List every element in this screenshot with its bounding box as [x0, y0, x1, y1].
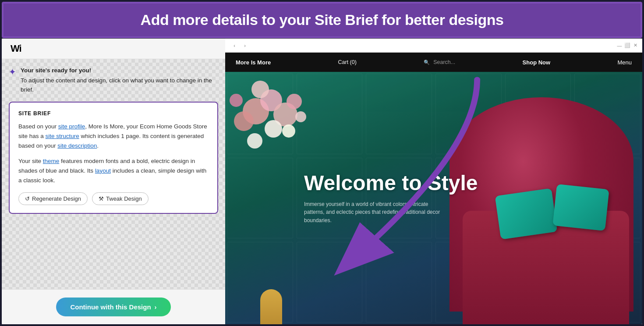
- brief-heading: SITE BRIEF: [18, 110, 209, 117]
- pillow-left: [495, 188, 558, 240]
- search-icon: 🔍: [424, 60, 430, 65]
- shop-now-link[interactable]: Shop Now: [523, 59, 551, 66]
- layout-link[interactable]: layout: [95, 167, 111, 174]
- hero-title: Welcome to Style: [304, 172, 478, 195]
- browser-nav-arrows: ‹ ›: [230, 41, 250, 50]
- nav-cart: Cart (0): [338, 59, 357, 65]
- site-brief-card: SITE BRIEF Based on your site profile, M…: [9, 102, 218, 214]
- hero-copy: Welcome to Style Immerse yourself in a w…: [304, 172, 478, 225]
- minimize-button[interactable]: —: [617, 43, 622, 48]
- close-button[interactable]: ✕: [633, 43, 638, 48]
- pillow-right: [552, 184, 609, 231]
- site-description-link[interactable]: site description: [57, 142, 97, 149]
- hero-subtitle: Immerse yourself in a world of vibrant c…: [304, 200, 444, 225]
- nav-search: 🔍 Search...: [424, 59, 455, 65]
- theme-link[interactable]: theme: [43, 158, 60, 164]
- tweak-icon: ⚒: [99, 195, 104, 202]
- brief-action-buttons: ↺ Regenerate Design ⚒ Tweak Design: [18, 192, 209, 205]
- regenerate-icon: ↺: [25, 195, 30, 202]
- left-header: Wi: [2, 39, 225, 59]
- restore-button[interactable]: ⬜: [625, 43, 630, 48]
- continue-button[interactable]: Continue with this Design ›: [56, 298, 170, 316]
- window-controls: — ⬜ ✕: [617, 43, 638, 48]
- left-panel: Wi ✦ Your site's ready for you! To adjus…: [2, 39, 225, 324]
- site-navbar: More Is More Cart (0) 🔍 Search... Shop N…: [225, 53, 642, 72]
- left-content-area: ✦ Your site's ready for you! To adjust t…: [2, 59, 225, 289]
- nav-center: Cart (0): [338, 59, 357, 65]
- site-brand: More Is More: [236, 59, 271, 66]
- browser-toolbar: ‹ › — ⬜ ✕: [225, 39, 642, 53]
- search-placeholder: Search...: [433, 59, 455, 65]
- site-profile-link[interactable]: site profile: [58, 123, 85, 130]
- banner-text: Add more details to your Site Brief for …: [17, 11, 627, 28]
- site-preview: More Is More Cart (0) 🔍 Search... Shop N…: [225, 53, 642, 324]
- continue-section: Continue with this Design ›: [2, 289, 225, 324]
- site-structure-link[interactable]: site structure: [46, 133, 79, 139]
- chevron-right-icon: ›: [155, 303, 157, 311]
- notice-text: Your site's ready for you! To adjust the…: [21, 66, 218, 95]
- vase: [260, 289, 282, 324]
- preview-panel: ‹ › — ⬜ ✕ More Is More: [225, 39, 642, 324]
- top-banner: Add more details to your Site Brief for …: [2, 2, 642, 38]
- tweak-design-button[interactable]: ⚒ Tweak Design: [92, 192, 149, 205]
- regenerate-design-button[interactable]: ↺ Regenerate Design: [18, 192, 88, 205]
- ready-notice: ✦ Your site's ready for you! To adjust t…: [9, 66, 218, 95]
- brief-para-1: Based on your site profile, More Is More…: [18, 122, 209, 151]
- wix-logo: Wi: [11, 43, 21, 54]
- back-arrow[interactable]: ‹: [230, 41, 239, 50]
- hero-section: Welcome to Style Immerse yourself in a w…: [225, 72, 642, 324]
- forward-arrow[interactable]: ›: [240, 41, 250, 50]
- spark-icon: ✦: [9, 67, 16, 77]
- nav-menu-link[interactable]: Menu: [617, 59, 632, 66]
- brief-para-2: Your site theme features modern fonts an…: [18, 156, 209, 186]
